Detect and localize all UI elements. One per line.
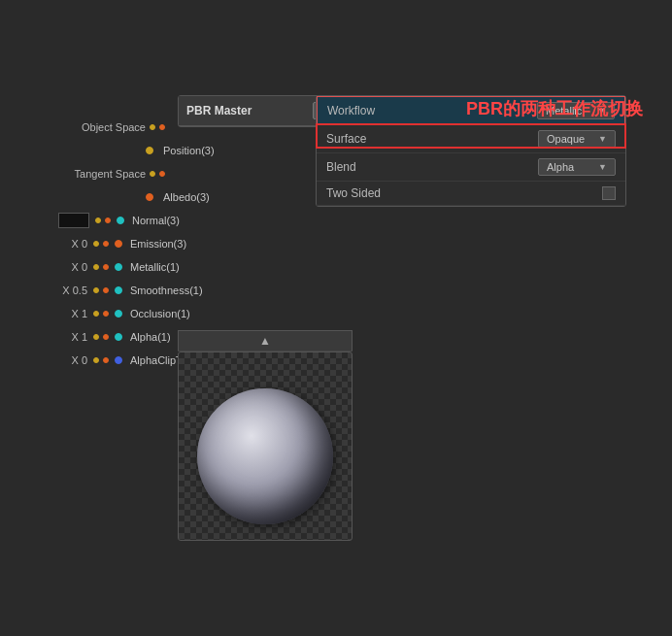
metallic-dot (115, 263, 122, 271)
emission-val-dot (93, 241, 99, 247)
blend-value: Alpha (547, 161, 594, 173)
emission-val-dot2 (103, 241, 109, 247)
occlusion-val-dot (93, 311, 99, 317)
alphaclip-val-dot (93, 357, 99, 363)
blend-label: Blend (326, 160, 356, 174)
alpha-val-dot2 (103, 334, 109, 340)
position-socket-row: Position(3) (146, 140, 236, 161)
position-dot (146, 147, 153, 154)
color-normal-row: Normal(3) (58, 210, 236, 231)
tangent-space-label: Tangent Space (58, 168, 146, 180)
surface-label: Surface (326, 132, 366, 146)
alpha-label: Alpha(1) (130, 331, 171, 343)
smoothness-val-dot (93, 287, 99, 293)
object-space-label: Object Space (58, 121, 146, 133)
color-swatch[interactable] (58, 213, 89, 228)
two-sided-row: Two Sided (317, 182, 625, 206)
blend-row: Blend Alpha ▼ (317, 153, 625, 182)
annotation-label: PBR的两种工作流切换 (466, 97, 643, 120)
blend-dropdown[interactable]: Alpha ▼ (538, 158, 616, 176)
smoothness-val-dot2 (103, 287, 109, 293)
x0-label-3: X 0 (58, 354, 87, 366)
occlusion-row: X 1 Occlusion(1) (58, 303, 236, 324)
position-label: Position(3) (163, 145, 215, 156)
sphere-preview (197, 388, 333, 524)
normal-label: Normal(3) (132, 215, 180, 226)
workflow-label: Workflow (327, 104, 375, 117)
preview-area (178, 351, 353, 541)
preview-collapse-arrow: ▲ (259, 334, 271, 348)
occlusion-dot (115, 310, 122, 318)
metallic-val-dot (93, 264, 99, 270)
surface-value: Opaque (547, 133, 594, 145)
occlusion-label: Occlusion(1) (130, 308, 190, 319)
tangent-space-row: Tangent Space (58, 163, 236, 184)
object-space-dot-yellow (150, 124, 155, 130)
alpha-dot (115, 333, 122, 341)
surface-dropdown[interactable]: Opaque ▼ (538, 130, 616, 148)
x0-label-2: X 0 (58, 261, 87, 273)
node-title: PBR Master (186, 104, 252, 117)
x1-label-1: X 1 (58, 308, 87, 319)
object-space-dot-orange (159, 124, 165, 130)
metallic-label: Metallic(1) (130, 261, 180, 273)
emission-row: X 0 Emission(3) (58, 233, 236, 254)
x05-label: X 0.5 (58, 285, 87, 296)
surface-row: Surface Opaque ▼ (317, 125, 625, 153)
smoothness-row: X 0.5 Smoothness(1) (58, 280, 236, 301)
surface-arrow: ▼ (598, 134, 607, 144)
blend-arrow: ▼ (598, 162, 607, 172)
alphaclip-dot (115, 356, 122, 364)
albedo-dot (146, 193, 153, 201)
color-dot-o (105, 218, 111, 223)
smoothness-label: Smoothness(1) (130, 285, 203, 296)
x1-label-2: X 1 (58, 331, 87, 343)
emission-label: Emission(3) (130, 238, 186, 250)
metallic-row: X 0 Metallic(1) (58, 256, 236, 278)
x0-label-1: X 0 (58, 238, 87, 250)
smoothness-dot (115, 286, 122, 294)
two-sided-checkbox[interactable] (602, 186, 616, 200)
alpha-val-dot (93, 334, 99, 340)
occlusion-val-dot2 (103, 311, 109, 317)
metallic-val-dot2 (103, 264, 109, 270)
preview-header[interactable]: ▲ (178, 330, 353, 351)
albedo-socket-row: Albedo(3) (146, 186, 236, 208)
emission-dot (115, 240, 122, 248)
two-sided-label: Two Sided (326, 186, 381, 200)
tangent-space-dot-yellow (150, 171, 155, 177)
normal-dot (117, 217, 124, 224)
alphaclip-val-dot2 (103, 357, 109, 363)
tangent-space-dot-orange (159, 171, 165, 177)
sphere-container (197, 388, 333, 524)
color-dot-y (95, 218, 101, 223)
albedo-label: Albedo(3) (163, 191, 210, 203)
